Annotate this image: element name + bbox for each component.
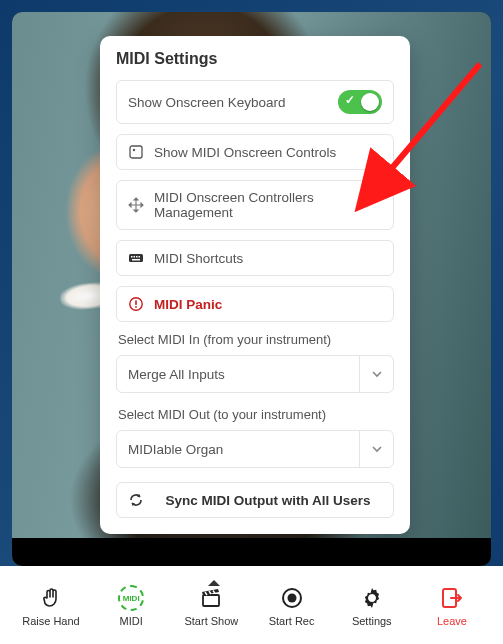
leave-button[interactable]: Leave	[415, 585, 489, 627]
settings-label: Settings	[352, 615, 392, 627]
midi-in-select[interactable]: Merge All Inputs	[116, 355, 394, 393]
midi-label: MIDI	[120, 615, 143, 627]
svg-rect-9	[135, 300, 137, 305]
midi-out-value: MIDIable Organ	[117, 431, 359, 467]
sync-label: Sync MIDI Output with All Users	[154, 493, 382, 508]
show-keyboard-label: Show Onscreen Keyboard	[128, 95, 328, 110]
bottom-toolbar: Raise Hand MIDI MIDI Start Show Start Re…	[0, 566, 503, 644]
svg-rect-2	[129, 254, 143, 262]
leave-label: Leave	[437, 615, 467, 627]
leave-icon	[439, 585, 465, 611]
show-midi-controls-row[interactable]: Show MIDI Onscreen Controls	[116, 134, 394, 170]
midi-icon: MIDI	[118, 585, 144, 611]
show-keyboard-toggle[interactable]	[338, 90, 382, 114]
settings-button[interactable]: Settings	[335, 585, 409, 627]
shortcuts-label: MIDI Shortcuts	[154, 251, 382, 266]
svg-point-14	[369, 595, 375, 601]
midi-button[interactable]: MIDI MIDI	[94, 585, 168, 627]
show-controls-label: Show MIDI Onscreen Controls	[154, 145, 382, 160]
video-bottom-bar	[12, 538, 491, 566]
svg-rect-3	[131, 256, 133, 258]
hand-icon	[38, 585, 64, 611]
svg-rect-10	[135, 306, 137, 308]
chevron-down-icon	[359, 356, 393, 392]
record-icon	[279, 585, 305, 611]
alert-icon	[128, 296, 144, 312]
chevron-up-icon	[208, 580, 220, 586]
controllers-management-row[interactable]: MIDI Onscreen Controllers Management	[116, 180, 394, 230]
sync-midi-output-row[interactable]: Sync MIDI Output with All Users	[116, 482, 394, 518]
raise-hand-button[interactable]: Raise Hand	[14, 585, 88, 627]
midi-out-section-label: Select MIDI Out (to your instrument)	[118, 407, 394, 422]
svg-point-13	[287, 594, 296, 603]
start-show-button[interactable]: Start Show	[174, 585, 248, 627]
svg-rect-6	[139, 256, 141, 258]
clapper-icon	[198, 585, 224, 611]
controllers-mgmt-label: MIDI Onscreen Controllers Management	[154, 190, 382, 220]
midi-in-value: Merge All Inputs	[117, 356, 359, 392]
svg-rect-11	[203, 595, 219, 606]
panel-title: MIDI Settings	[116, 50, 394, 68]
svg-rect-4	[134, 256, 136, 258]
controls-icon	[128, 144, 144, 160]
svg-rect-0	[130, 146, 142, 158]
start-show-label: Start Show	[184, 615, 238, 627]
panic-label: MIDI Panic	[154, 297, 382, 312]
midi-shortcuts-row[interactable]: MIDI Shortcuts	[116, 240, 394, 276]
start-rec-label: Start Rec	[269, 615, 315, 627]
svg-rect-7	[132, 259, 140, 261]
chevron-down-icon	[359, 431, 393, 467]
move-icon	[128, 197, 144, 213]
midi-in-section-label: Select MIDI In (from your instrument)	[118, 332, 394, 347]
midi-out-select[interactable]: MIDIable Organ	[116, 430, 394, 468]
show-onscreen-keyboard-row[interactable]: Show Onscreen Keyboard	[116, 80, 394, 124]
keyboard-icon	[128, 250, 144, 266]
midi-panic-row[interactable]: MIDI Panic	[116, 286, 394, 322]
raise-hand-label: Raise Hand	[22, 615, 79, 627]
svg-rect-5	[136, 256, 138, 258]
svg-point-1	[133, 149, 135, 151]
gear-icon	[359, 585, 385, 611]
sync-icon	[128, 492, 144, 508]
midi-settings-panel: MIDI Settings Show Onscreen Keyboard Sho…	[100, 36, 410, 534]
start-rec-button[interactable]: Start Rec	[255, 585, 329, 627]
